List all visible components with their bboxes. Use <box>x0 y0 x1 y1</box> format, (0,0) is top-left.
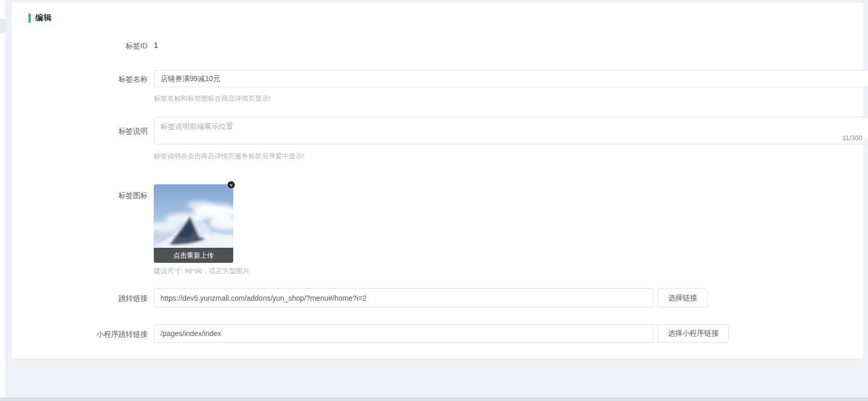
edit-card: 编辑 标签ID 1 标签名称 标签名称和标签图标在商品详情页显示! 标签说明 标… <box>11 3 863 358</box>
tag-icon-label: 标签图标 <box>32 191 148 200</box>
jump-link-input[interactable] <box>154 288 653 308</box>
close-icon[interactable]: ✕ <box>227 181 235 189</box>
tag-id-label: 标签ID <box>32 42 148 51</box>
tag-desc-textarea[interactable]: 标签说明前端展示位置 <box>154 117 868 144</box>
tag-desc-field-wrap: 标签说明前端展示位置 11/300 <box>154 117 868 144</box>
tag-icon-uploader: 点击重新上传 ✕ <box>154 184 233 263</box>
section-header: 编辑 <box>29 13 52 23</box>
select-link-button[interactable]: 选择链接 <box>658 288 707 308</box>
tag-name-input[interactable] <box>154 70 868 87</box>
sidebar-active-item[interactable] <box>0 19 5 33</box>
tag-icon-help: 建议尺寸: 96*96，或正方型图片 <box>154 266 249 276</box>
mini-link-label: 小程序跳转链接 <box>32 330 148 339</box>
collapsed-sidebar[interactable] <box>0 0 5 397</box>
tag-desc-label: 标签说明 <box>32 127 148 136</box>
char-counter: 11/300 <box>842 134 862 142</box>
tag-desc-help: 标签说明在点击商品详情页服务标签后弹窗中显示! <box>154 152 304 161</box>
tag-icon-image[interactable]: 点击重新上传 <box>154 184 233 263</box>
tag-id-value: 1 <box>154 41 158 49</box>
select-mini-link-button[interactable]: 选择小程序链接 <box>658 324 729 343</box>
accent-bar <box>29 14 31 23</box>
jump-link-label: 跳转链接 <box>32 294 148 303</box>
tag-name-field-wrap <box>154 70 868 87</box>
mini-link-input[interactable] <box>154 324 653 343</box>
jump-link-field-wrap <box>154 288 653 308</box>
tag-name-help: 标签名称和标签图标在商品详情页显示! <box>154 94 271 103</box>
page-title: 编辑 <box>35 13 52 23</box>
reupload-button[interactable]: 点击重新上传 <box>154 248 233 263</box>
page: 编辑 标签ID 1 标签名称 标签名称和标签图标在商品详情页显示! 标签说明 标… <box>0 0 868 401</box>
mini-link-field-wrap <box>154 324 653 343</box>
tag-name-label: 标签名称 <box>32 75 148 84</box>
bottom-scrollbar-track[interactable] <box>0 397 868 401</box>
